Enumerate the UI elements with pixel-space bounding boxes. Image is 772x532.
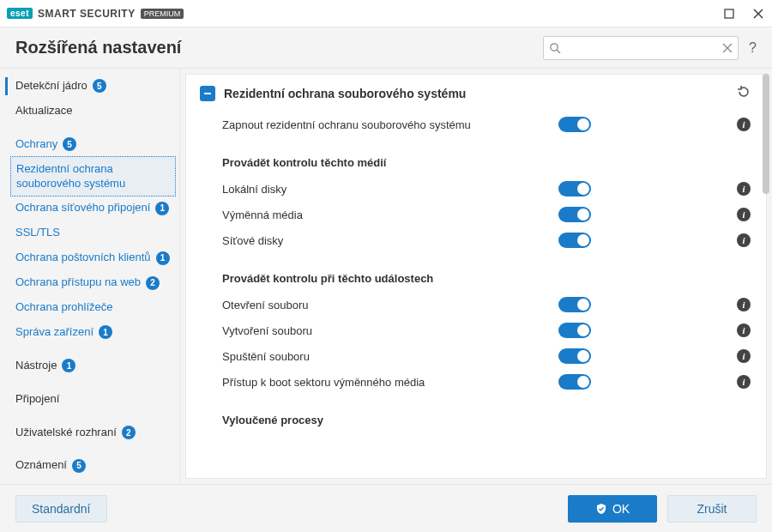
setting-row: Lokální diskyi bbox=[222, 176, 751, 202]
top-bar: Rozšířená nastavení ? bbox=[0, 27, 772, 69]
window-buttons bbox=[722, 7, 765, 21]
toggle[interactable] bbox=[558, 233, 591, 248]
default-button[interactable]: Standardní bbox=[15, 495, 107, 523]
sidebar-item-label: Ochrana přístupu na web bbox=[15, 275, 141, 290]
sidebar-item[interactable]: Ochrana poštovních klientů1 bbox=[0, 245, 179, 270]
sidebar-item-label: Oznámení bbox=[15, 458, 67, 473]
group-media-heading: Provádět kontrolu těchto médií bbox=[222, 156, 751, 169]
info-icon[interactable]: i bbox=[737, 233, 751, 247]
section-title: Rezidentní ochrana souborového systému bbox=[224, 87, 466, 100]
search-box[interactable] bbox=[543, 36, 739, 60]
info-icon[interactable]: i bbox=[737, 323, 751, 337]
setting-row: Přístup k boot sektoru výměnného médiai bbox=[222, 369, 751, 395]
sidebar-item-label: Připojení bbox=[15, 392, 59, 407]
group-events-heading: Provádět kontrolu při těchto událostech bbox=[222, 272, 751, 285]
toggle[interactable] bbox=[558, 297, 591, 312]
brand-product: SMART SECURITY bbox=[38, 8, 136, 20]
sidebar-item-badge: 1 bbox=[99, 325, 112, 339]
content-panel: Rezidentní ochrana souborového systému Z… bbox=[185, 74, 767, 479]
info-icon[interactable]: i bbox=[737, 349, 751, 363]
sidebar-item-badge: 1 bbox=[62, 359, 75, 372]
sidebar-item[interactable]: Oznámení5 bbox=[0, 453, 179, 478]
footer: Standardní OK Zrušit bbox=[0, 484, 772, 532]
sidebar-item[interactable]: Rezidentní ochrana souborového systému bbox=[10, 156, 176, 197]
row-label: Spuštění souboru bbox=[222, 350, 558, 363]
toggle[interactable] bbox=[558, 181, 591, 196]
svg-rect-2 bbox=[204, 93, 211, 94]
content-wrap: Rezidentní ochrana souborového systému Z… bbox=[180, 69, 772, 484]
sidebar-gap bbox=[0, 412, 179, 420]
sidebar-item[interactable]: Aktualizace bbox=[0, 99, 179, 124]
row-label: Výměnná média bbox=[222, 209, 558, 221]
sidebar-item-label: SSL/TLS bbox=[15, 226, 60, 240]
sidebar-item-label: Rezidentní ochrana souborového systému bbox=[16, 162, 170, 191]
ok-button[interactable]: OK bbox=[568, 495, 657, 523]
collapse-section-button[interactable] bbox=[200, 86, 215, 101]
sidebar-item-label: Aktualizace bbox=[15, 104, 72, 118]
body: Detekční jádro5AktualizaceOchrany5Rezide… bbox=[0, 69, 772, 484]
setting-row: Spuštění souborui bbox=[222, 343, 751, 369]
close-button[interactable] bbox=[751, 7, 765, 21]
setting-row: Vytvoření souborui bbox=[222, 317, 751, 343]
toggle-enable-realtime[interactable] bbox=[558, 117, 591, 132]
close-icon bbox=[753, 9, 763, 19]
info-icon[interactable]: i bbox=[737, 118, 751, 131]
sidebar-gap bbox=[0, 444, 179, 453]
sidebar-item[interactable]: Ochrana prohlížeče bbox=[0, 295, 179, 320]
setting-row: Výměnná médiai bbox=[222, 202, 751, 227]
sidebar-item-badge: 5 bbox=[63, 137, 76, 151]
sidebar-item[interactable]: Uživatelské rozhraní2 bbox=[0, 420, 179, 445]
scroll-rail[interactable] bbox=[762, 74, 770, 479]
minus-icon bbox=[203, 89, 212, 98]
sidebar-item[interactable]: Nástroje1 bbox=[0, 354, 179, 378]
brand-tier-badge: PREMIUM bbox=[141, 9, 184, 19]
sidebar-item-label: Detekční jádro bbox=[15, 79, 87, 94]
sidebar-item-badge: 1 bbox=[155, 202, 169, 215]
toggle[interactable] bbox=[558, 207, 591, 222]
sidebar-item[interactable]: Ochrana přístupu na web2 bbox=[0, 270, 179, 295]
toggle[interactable] bbox=[558, 374, 591, 390]
sidebar-item-badge: 1 bbox=[156, 251, 170, 265]
sidebar-item-label: Uživatelské rozhraní bbox=[15, 426, 117, 440]
sidebar-item-label: Ochrana prohlížeče bbox=[15, 300, 112, 315]
row-enable-realtime: Zapnout rezidentní ochranu souborového s… bbox=[222, 112, 751, 137]
svg-rect-0 bbox=[725, 9, 733, 18]
sidebar-item-badge: 5 bbox=[72, 459, 86, 473]
sidebar-item[interactable]: Detekční jádro5 bbox=[0, 74, 179, 99]
cancel-button[interactable]: Zrušit bbox=[667, 495, 757, 523]
sidebar-item[interactable]: Ochrany5 bbox=[0, 132, 179, 157]
row-label: Síťové disky bbox=[222, 234, 558, 247]
sidebar-item[interactable]: Připojení bbox=[0, 387, 179, 412]
sidebar-item[interactable]: SSL/TLS bbox=[0, 221, 179, 245]
help-icon[interactable]: ? bbox=[749, 40, 757, 56]
sidebar-item[interactable]: Ochrana síťového připojení1 bbox=[0, 196, 179, 221]
row-label: Lokální disky bbox=[222, 183, 558, 196]
info-icon[interactable]: i bbox=[737, 208, 751, 221]
sidebar-item-label: Ochrany bbox=[15, 137, 57, 152]
enable-group: Zapnout rezidentní ochranu souborového s… bbox=[222, 112, 751, 137]
scroll-thumb[interactable] bbox=[763, 74, 769, 194]
sidebar-gap bbox=[0, 124, 179, 132]
setting-row: Otevření souborui bbox=[222, 292, 751, 317]
sidebar-item-badge: 2 bbox=[122, 426, 136, 439]
sidebar-gap bbox=[0, 345, 179, 354]
row-label: Otevření souboru bbox=[222, 299, 558, 311]
shield-icon bbox=[595, 503, 607, 515]
info-icon[interactable]: i bbox=[737, 375, 751, 389]
sidebar-item-label: Ochrana síťového připojení bbox=[15, 201, 150, 215]
ok-button-label: OK bbox=[612, 502, 630, 516]
clear-search-icon[interactable] bbox=[722, 43, 733, 53]
search-input[interactable] bbox=[564, 40, 719, 55]
row-label: Zapnout rezidentní ochranu souborového s… bbox=[222, 118, 558, 131]
reset-section-icon[interactable] bbox=[737, 85, 751, 101]
sidebar: Detekční jádro5AktualizaceOchrany5Rezide… bbox=[0, 69, 180, 484]
brand: eset SMART SECURITY PREMIUM bbox=[7, 8, 184, 20]
info-icon[interactable]: i bbox=[737, 182, 751, 196]
toggle[interactable] bbox=[558, 348, 591, 364]
sidebar-item[interactable]: Správa zařízení1 bbox=[0, 320, 179, 345]
info-icon[interactable]: i bbox=[737, 298, 751, 311]
page-title: Rozšířená nastavení bbox=[15, 38, 181, 57]
toggle[interactable] bbox=[558, 323, 591, 338]
maximize-button[interactable] bbox=[722, 7, 736, 21]
group-media: Lokální diskyiVýměnná médiaiSíťové disky… bbox=[222, 176, 751, 253]
